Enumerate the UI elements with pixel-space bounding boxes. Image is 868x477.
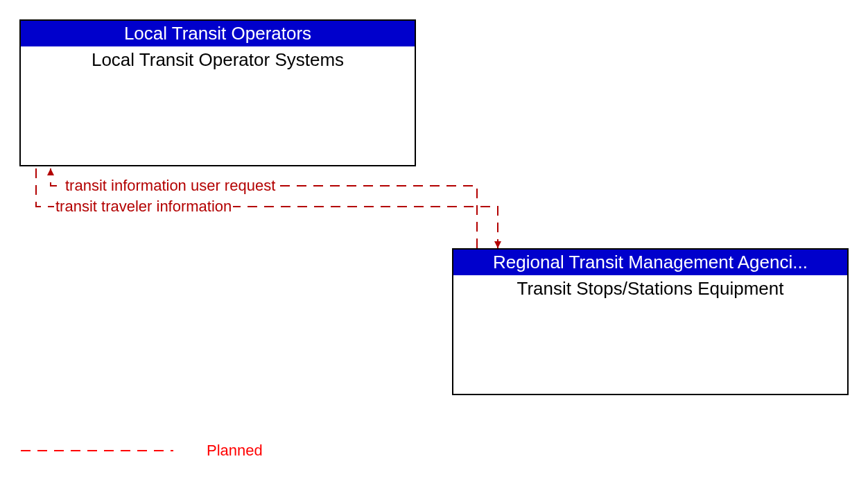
flow-label-request: transit information user request <box>64 177 277 195</box>
box-regional-transit-management: Regional Transit Management Agenci... Tr… <box>452 248 849 395</box>
box-header-regional-transit-management: Regional Transit Management Agenci... <box>453 250 847 275</box>
flow-label-info: transit traveler information <box>54 198 233 216</box>
box-local-transit-operators: Local Transit Operators Local Transit Op… <box>19 19 416 166</box>
box-header-local-transit-operators: Local Transit Operators <box>21 21 415 46</box>
box-body-local-transit-operator-systems: Local Transit Operator Systems <box>21 46 415 73</box>
box-body-transit-stops-stations-equipment: Transit Stops/Stations Equipment <box>453 275 847 302</box>
legend-label-planned: Planned <box>207 442 263 460</box>
